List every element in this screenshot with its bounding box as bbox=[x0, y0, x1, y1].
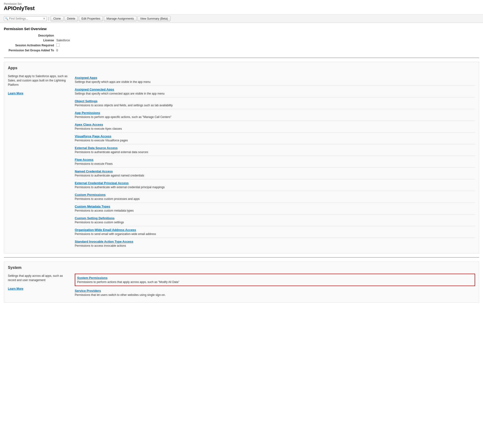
app-item-custom-metadata-types: Custom Metadata Types Permissions to acc… bbox=[75, 203, 475, 215]
custom-permissions-desc: Permissions to access custom processes a… bbox=[75, 197, 140, 200]
service-providers-link[interactable]: Service Providers bbox=[75, 289, 475, 293]
custom-metadata-types-link[interactable]: Custom Metadata Types bbox=[75, 205, 475, 208]
overview-value-license: Salesforce bbox=[56, 39, 70, 42]
object-settings-link[interactable]: Object Settings bbox=[75, 99, 475, 103]
external-data-source-access-desc: Permissions to authenticate against exte… bbox=[75, 151, 148, 154]
apps-left-panel: Settings that apply to Salesforce apps, … bbox=[8, 74, 70, 249]
overview-value-session bbox=[56, 43, 59, 47]
view-summary-button[interactable]: View Summary (Beta) bbox=[137, 16, 170, 21]
apps-inner: Settings that apply to Salesforce apps, … bbox=[8, 74, 475, 249]
system-description: Settings that apply across all apps, suc… bbox=[8, 274, 70, 282]
system-right-panel: System Permissions Permissions to perfor… bbox=[75, 274, 475, 298]
org-wide-email-access-link[interactable]: Organization-Wide Email Address Access bbox=[75, 228, 475, 232]
external-data-source-access-link[interactable]: External Data Source Access bbox=[75, 146, 475, 150]
session-checkbox[interactable] bbox=[56, 43, 59, 47]
app-item-org-wide-email-access: Organization-Wide Email Address Access P… bbox=[75, 226, 475, 238]
apps-learn-more-link[interactable]: Learn More bbox=[8, 92, 24, 95]
assigned-connected-apps-link[interactable]: Assigned Connected Apps bbox=[75, 88, 475, 91]
overview-row-description: Description bbox=[4, 33, 479, 38]
search-icon: 🔍 bbox=[5, 17, 8, 20]
apex-class-access-link[interactable]: Apex Class Access bbox=[75, 123, 475, 126]
system-item-service-providers: Service Providers Permissions that let u… bbox=[75, 287, 475, 298]
custom-metadata-types-desc: Permissions to access custom metadata ty… bbox=[75, 209, 134, 212]
custom-setting-definitions-link[interactable]: Custom Setting Definitions bbox=[75, 216, 475, 220]
apps-right-panel: Assigned Apps Settings that specify whic… bbox=[75, 74, 475, 249]
toolbar: 🔍 ✕ | Clone Delete Edit Properties Manag… bbox=[0, 15, 483, 23]
system-permissions-link[interactable]: System Permissions bbox=[77, 276, 473, 280]
app-item-custom-setting-definitions: Custom Setting Definitions Permissions t… bbox=[75, 215, 475, 226]
overview-label-groups: Permission Set Groups Added To bbox=[4, 49, 56, 52]
content-area: Permission Set Overview Description Lice… bbox=[0, 23, 483, 310]
overview-label-session: Session Activation Required bbox=[4, 44, 56, 47]
system-left-panel: Settings that apply across all apps, suc… bbox=[8, 274, 70, 298]
custom-permissions-link[interactable]: Custom Permissions bbox=[75, 193, 475, 197]
system-learn-more-link[interactable]: Learn More bbox=[8, 287, 24, 290]
overview-row-groups: Permission Set Groups Added To 0 bbox=[4, 48, 479, 53]
standard-invocable-action-link[interactable]: Standard Invocable Action Type Access bbox=[75, 240, 475, 243]
service-providers-desc: Permissions that let users switch to oth… bbox=[75, 293, 166, 296]
system-item-system-permissions: System Permissions Permissions to perfor… bbox=[75, 274, 475, 286]
app-item-flow-access: Flow Access Permissions to execute Flows bbox=[75, 156, 475, 168]
overview-row-session: Session Activation Required bbox=[4, 43, 479, 48]
external-credential-principal-access-link[interactable]: External Credential Principal Access bbox=[75, 181, 475, 185]
app-permissions-link[interactable]: App Permissions bbox=[75, 111, 475, 115]
system-inner: Settings that apply across all apps, suc… bbox=[8, 274, 475, 298]
app-permissions-desc: Permissions to perform app-specific acti… bbox=[75, 115, 171, 119]
assigned-apps-desc: Settings that specify which apps are vis… bbox=[75, 80, 151, 84]
flow-access-link[interactable]: Flow Access bbox=[75, 158, 475, 161]
app-item-standard-invocable-action: Standard Invocable Action Type Access Pe… bbox=[75, 238, 475, 249]
breadcrumb: Permission Set bbox=[4, 2, 479, 5]
named-credential-access-link[interactable]: Named Credential Access bbox=[75, 169, 475, 173]
overview-label-description: Description bbox=[4, 34, 56, 37]
named-credential-access-desc: Permissions to authenticate against name… bbox=[75, 174, 144, 177]
assigned-connected-apps-desc: Settings that specify which connected ap… bbox=[75, 92, 165, 95]
section-divider-system bbox=[4, 257, 479, 258]
system-section-title: System bbox=[8, 265, 475, 271]
object-settings-desc: Permissions to access objects and fields… bbox=[75, 104, 173, 107]
app-item-external-credential-principal-access: External Credential Principal Access Per… bbox=[75, 179, 475, 191]
app-item-assigned-apps: Assigned Apps Settings that specify whic… bbox=[75, 74, 475, 86]
standard-invocable-action-desc: Permissions to access invocable actions bbox=[75, 244, 126, 248]
clone-button[interactable]: Clone bbox=[51, 16, 63, 21]
edit-properties-button[interactable]: Edit Properties bbox=[79, 16, 103, 21]
apps-description: Settings that apply to Salesforce apps, … bbox=[8, 74, 70, 87]
section-divider-apps bbox=[4, 57, 479, 58]
app-item-assigned-connected-apps: Assigned Connected Apps Settings that sp… bbox=[75, 86, 475, 97]
org-wide-email-access-desc: Permissions to send email with organizat… bbox=[75, 232, 156, 236]
app-item-custom-permissions: Custom Permissions Permissions to access… bbox=[75, 191, 475, 203]
app-item-apex-class-access: Apex Class Access Permissions to execute… bbox=[75, 121, 475, 133]
toolbar-divider: | bbox=[48, 16, 49, 21]
app-item-external-data-source-access: External Data Source Access Permissions … bbox=[75, 144, 475, 156]
search-wrapper: 🔍 ✕ bbox=[4, 16, 47, 21]
system-permissions-desc: Permissions to perform actions that appl… bbox=[77, 280, 179, 284]
apps-section: Apps Settings that apply to Salesforce a… bbox=[4, 62, 479, 253]
overview-label-license: License bbox=[4, 39, 56, 42]
external-credential-principal-access-desc: Permissions to authenticate with externa… bbox=[75, 185, 165, 189]
app-item-app-permissions: App Permissions Permissions to perform a… bbox=[75, 109, 475, 121]
overview-row-license: License Salesforce bbox=[4, 38, 479, 43]
manage-assignments-button[interactable]: Manage Assignments bbox=[104, 16, 137, 21]
apex-class-access-desc: Permissions to execute Apex classes bbox=[75, 127, 122, 130]
search-clear-icon[interactable]: ✕ bbox=[42, 17, 46, 20]
flow-access-desc: Permissions to execute Flows bbox=[75, 162, 113, 166]
visualforce-page-access-desc: Permissions to execute Visualforce pages bbox=[75, 139, 128, 142]
custom-setting-definitions-desc: Permissions to access custom settings bbox=[75, 221, 124, 224]
overview-title: Permission Set Overview bbox=[4, 27, 479, 31]
system-section: System Settings that apply across all ap… bbox=[4, 262, 479, 303]
page-title: APIOnlyTest bbox=[4, 5, 479, 11]
assigned-apps-link[interactable]: Assigned Apps bbox=[75, 76, 475, 80]
app-item-visualforce-page-access: Visualforce Page Access Permissions to e… bbox=[75, 133, 475, 144]
visualforce-page-access-link[interactable]: Visualforce Page Access bbox=[75, 135, 475, 138]
apps-section-title: Apps bbox=[8, 66, 475, 71]
overview-table: Description License Salesforce Session A… bbox=[4, 33, 479, 53]
search-input[interactable] bbox=[9, 17, 42, 20]
overview-value-groups: 0 bbox=[56, 49, 58, 52]
app-item-object-settings: Object Settings Permissions to access ob… bbox=[75, 97, 475, 109]
delete-button[interactable]: Delete bbox=[64, 16, 78, 21]
app-item-named-credential-access: Named Credential Access Permissions to a… bbox=[75, 168, 475, 179]
